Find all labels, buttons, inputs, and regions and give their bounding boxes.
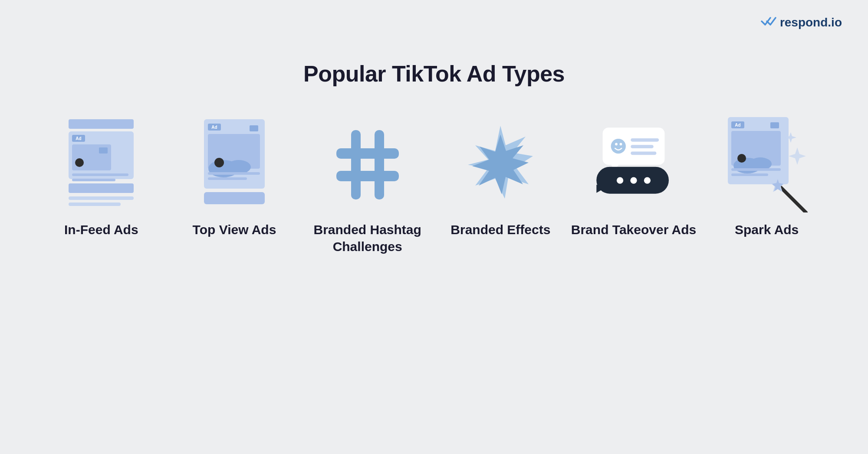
svg-rect-25 [336,148,399,159]
logo: respond.io [761,16,842,29]
in-feed-ads-label: In-Feed Ads [64,221,138,238]
svg-rect-33 [631,138,659,142]
svg-rect-21 [208,177,247,180]
svg-marker-28 [472,134,529,194]
svg-rect-35 [631,152,656,155]
svg-rect-51 [731,173,768,176]
svg-point-5 [75,158,84,167]
branded-hashtag-label: Branded Hashtag Challenges [301,221,434,255]
svg-point-19 [214,158,224,167]
branded-effects-label: Branded Effects [450,221,550,238]
svg-rect-50 [731,168,781,171]
svg-rect-0 [69,119,134,129]
branded-hashtag-icon [324,121,411,208]
card-in-feed-ads: Ad In-Feed Ads [35,121,168,238]
spark-ads-icon: Ad [723,121,810,208]
svg-text:Ad: Ad [735,123,740,127]
card-branded-hashtag: Branded Hashtag Challenges [301,121,434,255]
logo-text: respond.io [780,16,842,29]
svg-point-39 [630,177,637,184]
page-title: Popular TikTok Ad Types [303,61,565,87]
in-feed-ads-icon: Ad [58,121,145,208]
svg-point-18 [227,160,251,174]
branded-effects-icon [457,121,544,208]
brand-takeover-label: Brand Takeover Ads [571,221,696,238]
svg-rect-10 [69,196,134,200]
logo-checkmark-icon [761,16,777,29]
svg-rect-34 [631,145,653,148]
svg-rect-6 [99,147,108,154]
card-brand-takeover: Brand Takeover Ads [567,121,700,238]
svg-rect-11 [69,203,121,206]
svg-point-31 [615,143,618,146]
ad-types-container: Ad In-Feed Ads [0,121,868,255]
svg-rect-9 [69,183,134,193]
svg-rect-15 [250,125,258,131]
svg-marker-52 [789,147,806,165]
svg-point-38 [617,177,623,184]
svg-point-49 [737,154,746,163]
svg-rect-22 [204,192,265,204]
svg-point-40 [644,177,651,184]
top-view-ads-icon: Ad [191,121,278,208]
svg-rect-7 [72,173,128,176]
card-spark-ads: Ad S [700,121,833,238]
card-branded-effects: Branded Effects [434,121,567,238]
svg-rect-24 [375,130,384,199]
svg-rect-20 [208,172,260,175]
card-top-view-ads: Ad Top View Ads [168,121,301,238]
svg-point-30 [611,139,626,154]
svg-rect-45 [770,122,779,128]
spark-ads-label: Spark Ads [735,221,799,238]
svg-text:Ad: Ad [211,125,217,130]
svg-rect-26 [336,171,399,181]
top-view-ads-label: Top View Ads [193,221,276,238]
brand-takeover-icon [590,121,677,208]
svg-rect-23 [351,130,361,199]
svg-text:Ad: Ad [76,136,82,141]
svg-point-32 [620,143,622,146]
svg-rect-8 [72,179,115,181]
svg-line-54 [780,186,806,212]
